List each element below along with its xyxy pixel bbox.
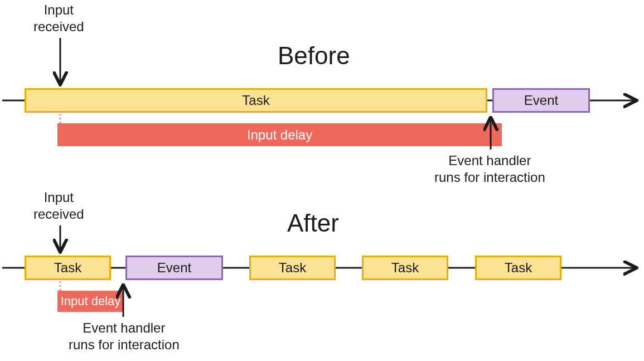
after-task-label-2: Task [279,260,306,276]
after-task-label-4: Task [505,260,532,276]
after-task-box-3: Task [362,256,448,280]
before-input-delay-box: Input delay [57,123,502,146]
after-title: After [287,209,339,237]
after-event-label: Event [157,260,191,276]
before-task-box: Task [25,88,487,113]
after-event-box: Event [125,256,223,280]
after-handler-label: Event handler runs for interaction [69,320,180,353]
before-title: Before [278,42,350,70]
before-event-label: Event [524,93,558,108]
before-handler-label: Event handler runs for interaction [434,152,545,186]
after-input-delay-box: Input delay [57,291,124,312]
after-task-box-4: Task [475,256,561,280]
before-input-received-label: Input received [33,2,84,35]
after-input-received-label: Input received [33,189,84,223]
before-input-delay-label: Input delay [247,127,312,143]
after-task-label-1: Task [54,260,81,276]
after-task-label-3: Task [391,260,419,276]
before-task-label: Task [242,93,269,108]
after-input-delay-label: Input delay [61,294,121,309]
before-event-box: Event [492,88,590,113]
after-task-box-1: Task [25,256,111,280]
after-task-box-2: Task [249,256,336,280]
diagram-root: Before Input received Task Event Input d… [0,0,644,361]
